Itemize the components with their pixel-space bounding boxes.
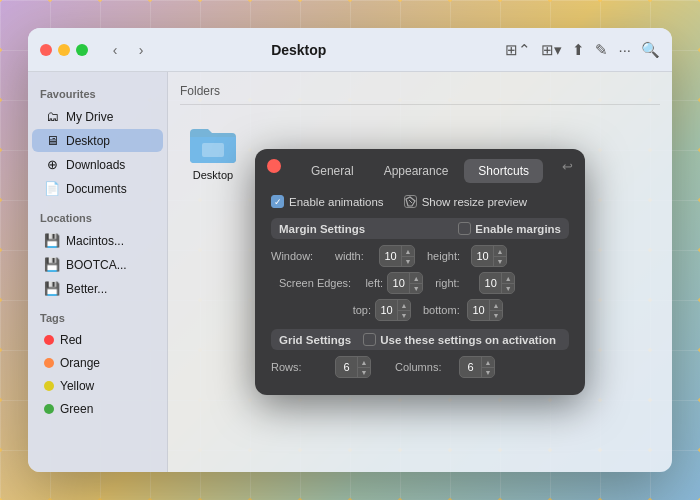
modal-tabs: × General Appearance Shortcuts ↩	[255, 149, 585, 183]
left-label: left:	[355, 277, 383, 289]
left-up[interactable]: ▲	[410, 273, 422, 283]
window-label: Window:	[271, 250, 331, 262]
sidebar-item-documents[interactable]: 📄 Documents	[32, 177, 163, 200]
enable-margins-checkbox[interactable]	[458, 222, 471, 235]
show-resize-checkbox[interactable]	[404, 195, 417, 208]
width-stepper: ▲ ▼	[401, 246, 414, 266]
folder-label: Desktop	[193, 169, 233, 181]
rows-label: Rows:	[271, 361, 331, 373]
enable-margins-label: Enable margins	[475, 223, 561, 235]
width-down[interactable]: ▼	[402, 256, 414, 266]
downloads-icon: ⊕	[44, 157, 60, 172]
bottom-label: bottom:	[423, 304, 463, 316]
rows-down[interactable]: ▼	[358, 367, 370, 377]
minimize-traffic-light[interactable]	[58, 44, 70, 56]
screen-edges-label: Screen Edges:	[279, 277, 351, 289]
right-input[interactable]: 10 ▲ ▼	[479, 272, 515, 294]
right-label: right:	[435, 277, 475, 289]
modal-close-button[interactable]: ×	[267, 159, 281, 173]
sidebar-tag-yellow[interactable]: Yellow	[32, 375, 163, 397]
modal-overlay: × General Appearance Shortcuts ↩ ✓	[168, 72, 672, 472]
file-area-header: Folders	[180, 84, 660, 105]
sidebar-label-macintosh: Macintos...	[66, 234, 124, 248]
right-val: 10	[480, 277, 501, 289]
settings-modal: × General Appearance Shortcuts ↩ ✓	[255, 149, 585, 395]
enable-animations-checkbox[interactable]: ✓	[271, 195, 284, 208]
sidebar-item-bootcamp[interactable]: 💾 BOOTCA...	[32, 253, 163, 276]
height-up[interactable]: ▲	[494, 246, 506, 256]
bottom-up[interactable]: ▲	[490, 300, 502, 310]
width-label: width:	[335, 250, 375, 262]
sidebar-item-my-drive[interactable]: 🗂 My Drive	[32, 105, 163, 128]
bottom-down[interactable]: ▼	[490, 310, 502, 320]
better-icon: 💾	[44, 281, 60, 296]
tag-label-green: Green	[60, 402, 93, 416]
show-resize-label: Show resize preview	[422, 196, 527, 208]
sidebar-label-better: Better...	[66, 282, 107, 296]
search-icon[interactable]: 🔍	[641, 41, 660, 59]
modal-back-button[interactable]: ↩	[562, 159, 573, 174]
sidebar-label-my-drive: My Drive	[66, 110, 113, 124]
orange-dot	[44, 358, 54, 368]
window-size-row: Window: width: 10 ▲ ▼ height:	[271, 245, 569, 267]
tab-shortcuts[interactable]: Shortcuts	[464, 159, 543, 183]
sidebar-item-macintosh[interactable]: 💾 Macintos...	[32, 229, 163, 252]
columns-stepper: ▲ ▼	[481, 357, 494, 377]
sidebar-tag-orange[interactable]: Orange	[32, 352, 163, 374]
rows-input[interactable]: 6 ▲ ▼	[335, 356, 371, 378]
share-icon[interactable]: ⬆	[572, 41, 585, 59]
top-down[interactable]: ▼	[398, 310, 410, 320]
view-icon-2[interactable]: ⊞▾	[541, 41, 562, 59]
columns-up[interactable]: ▲	[482, 357, 494, 367]
sidebar-label-desktop: Desktop	[66, 134, 110, 148]
use-settings-checkbox[interactable]	[363, 333, 376, 346]
sidebar: Favourites 🗂 My Drive 🖥 Desktop ⊕ Downlo…	[28, 72, 168, 472]
top-label: top:	[343, 304, 371, 316]
width-up[interactable]: ▲	[402, 246, 414, 256]
view-icon-1[interactable]: ⊞⌃	[505, 41, 531, 59]
tab-general[interactable]: General	[297, 159, 368, 183]
desktop-folder-item[interactable]: Desktop	[188, 123, 238, 181]
screen-edges-tb-row: top: 10 ▲ ▼ bottom: 10	[279, 299, 569, 321]
folder-icon	[188, 123, 238, 165]
maximize-traffic-light[interactable]	[76, 44, 88, 56]
red-dot	[44, 335, 54, 345]
svg-rect-0	[202, 143, 224, 157]
sidebar-item-better[interactable]: 💾 Better...	[32, 277, 163, 300]
sidebar-tag-green[interactable]: Green	[32, 398, 163, 420]
tab-appearance[interactable]: Appearance	[370, 159, 463, 183]
traffic-lights	[40, 44, 88, 56]
top-up[interactable]: ▲	[398, 300, 410, 310]
more-icon[interactable]: ···	[618, 41, 631, 58]
columns-input[interactable]: 6 ▲ ▼	[459, 356, 495, 378]
desktop-icon: 🖥	[44, 133, 60, 148]
tag-label-orange: Orange	[60, 356, 100, 370]
close-traffic-light[interactable]	[40, 44, 52, 56]
tag-label-yellow: Yellow	[60, 379, 94, 393]
height-input[interactable]: 10 ▲ ▼	[471, 245, 507, 267]
top-input[interactable]: 10 ▲ ▼	[375, 299, 411, 321]
rows-up[interactable]: ▲	[358, 357, 370, 367]
right-down[interactable]: ▼	[502, 283, 514, 293]
left-down[interactable]: ▼	[410, 283, 422, 293]
green-dot	[44, 404, 54, 414]
columns-down[interactable]: ▼	[482, 367, 494, 377]
file-area: Folders Desktop × General	[168, 72, 672, 472]
bottom-input[interactable]: 10 ▲ ▼	[467, 299, 503, 321]
rows-val: 6	[336, 361, 357, 373]
sidebar-item-desktop[interactable]: 🖥 Desktop	[32, 129, 163, 152]
locations-heading: Locations	[28, 208, 167, 228]
right-up[interactable]: ▲	[502, 273, 514, 283]
width-input[interactable]: 10 ▲ ▼	[379, 245, 415, 267]
sidebar-tag-red[interactable]: Red	[32, 329, 163, 351]
enable-animations-item[interactable]: ✓ Enable animations	[271, 195, 384, 208]
window-title: Desktop	[100, 42, 497, 58]
show-resize-item[interactable]: Show resize preview	[404, 195, 527, 208]
bootcamp-icon: 💾	[44, 257, 60, 272]
width-val: 10	[380, 250, 401, 262]
sidebar-item-downloads[interactable]: ⊕ Downloads	[32, 153, 163, 176]
left-input[interactable]: 10 ▲ ▼	[387, 272, 423, 294]
height-down[interactable]: ▼	[494, 256, 506, 266]
tags-heading: Tags	[28, 308, 167, 328]
tag-icon[interactable]: ✎	[595, 41, 608, 59]
